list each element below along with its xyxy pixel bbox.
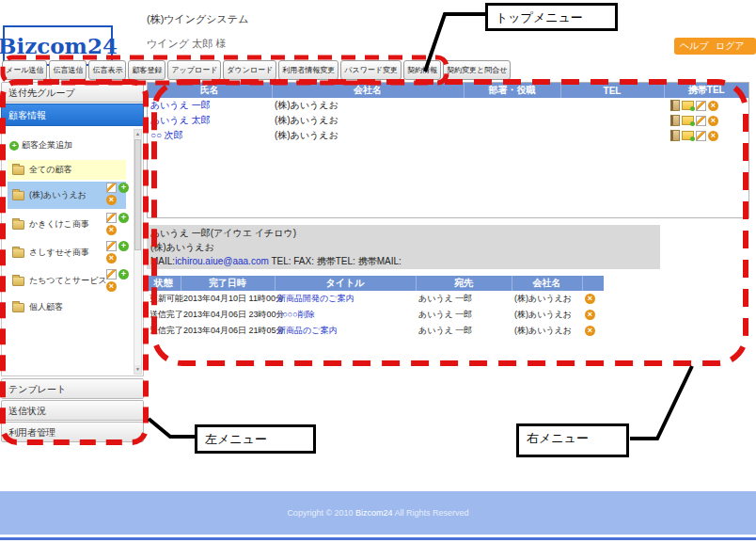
contact-actions: × [667, 115, 748, 126]
history-recipient: あいうえ 一郎 [418, 294, 472, 303]
col-company: 会社名 [272, 83, 464, 98]
logout-button[interactable]: ログアウト [710, 38, 756, 55]
history-datetime: 2013年04月06日 23時00分 [183, 310, 285, 319]
contact-card-icon[interactable] [670, 100, 680, 111]
group-label: たちつてとサービス [29, 275, 107, 287]
bottom-divider [0, 537, 756, 540]
top-menu-callout: トップメニュー [485, 3, 618, 31]
bizcom24-app: Bizcom24 (株)ウイングシステム ウイング 太郎 様 ヘルプ ログアウト… [0, 0, 756, 543]
edit-contact-icon[interactable] [696, 101, 706, 111]
contact-actions: × [667, 100, 748, 111]
tab-download[interactable]: ダウンロード [223, 60, 276, 80]
contact-card-icon[interactable] [670, 130, 680, 141]
col-status: 状態 [147, 276, 181, 291]
history-company: (株)あいうえお [514, 326, 572, 335]
mail-label: MAIL: [150, 256, 175, 266]
sidebar-scrollbar[interactable]: ▲ ▼ [134, 129, 142, 375]
tab-contract-info[interactable]: 契約情報 [403, 60, 441, 80]
add-icon[interactable]: + [118, 213, 129, 223]
detail-contact-line: MAIL:ichirou.aiue@aaa.com TEL: FAX: 携帯TE… [150, 254, 656, 268]
delete-icon[interactable]: × [585, 326, 595, 336]
delete-icon[interactable]: × [106, 195, 117, 205]
tab-user-info-change[interactable]: 利用者情報変更 [278, 60, 339, 80]
save-folder-icon[interactable] [682, 131, 694, 140]
add-icon[interactable]: + [118, 241, 129, 251]
footer-brand-link[interactable]: Bizcom24 [355, 508, 393, 518]
tab-password-change[interactable]: パスワード変更 [340, 60, 402, 80]
col-department: 部署・役職 [464, 83, 560, 98]
sidebar-item-individual[interactable]: 個人顧客 [8, 297, 126, 317]
sidebar-section-customer-info[interactable]: 顧客情報 [1, 104, 144, 126]
history-row: 送信完了 2013年04月06日 23時00分 ○○○○削除 あいうえ 一郎 (… [147, 307, 604, 323]
edit-group-icon[interactable] [106, 241, 117, 251]
delete-icon[interactable]: × [708, 101, 718, 111]
add-customer-company-link[interactable]: + 顧客企業追加 [9, 139, 72, 152]
contact-actions: × [667, 130, 748, 141]
folder-icon [12, 220, 24, 230]
delete-icon[interactable]: × [585, 294, 595, 304]
tab-contract-change-inquiry[interactable]: 契約変更と問合せ [443, 60, 511, 80]
contact-name-link[interactable]: あいうえ 太郎 [150, 115, 211, 125]
sidebar-section-template[interactable]: テンプレート [1, 378, 144, 399]
contact-card-icon[interactable] [670, 115, 680, 126]
contact-name-link[interactable]: あいうえ 一郎 [150, 100, 211, 110]
edit-contact-icon[interactable] [696, 131, 706, 141]
history-datetime: 2013年04月10日 11時00分 [183, 294, 284, 303]
top-menu-bar: メール送信 伝言送信 伝言表示 顧客登録 アップロード ダウンロード 利用者情報… [2, 60, 511, 80]
tab-upload[interactable]: アップロード [167, 60, 221, 80]
sidebar-item-all-customers[interactable]: 全ての顧客 [8, 160, 126, 180]
add-icon[interactable]: + [118, 269, 129, 279]
col-tel: TEL [560, 83, 664, 98]
tab-mail-send[interactable]: メール送信 [2, 60, 47, 80]
scrollbar-thumb[interactable] [134, 139, 141, 250]
detail-name: あいうえ 一郎(アイウエ イチロウ) [150, 226, 656, 240]
tab-customer-register[interactable]: 顧客登録 [128, 60, 165, 80]
scroll-up-icon[interactable]: ▲ [134, 130, 141, 138]
col-mobile: 携帯TEL [664, 83, 748, 98]
group-label: 個人顧客 [29, 301, 63, 313]
history-title-link[interactable]: 新商品のご案内 [277, 326, 337, 335]
save-folder-icon[interactable] [682, 116, 694, 125]
delete-icon[interactable]: × [708, 116, 718, 126]
delete-icon[interactable]: × [708, 131, 718, 141]
delete-icon[interactable]: × [106, 281, 117, 292]
tab-message-send[interactable]: 伝言送信 [49, 60, 87, 80]
sidebar-section-send-status[interactable]: 送信状況 [1, 400, 144, 421]
scroll-down-icon[interactable]: ▼ [134, 365, 141, 374]
save-folder-icon[interactable] [682, 101, 694, 110]
footer-bar: Copyright © 2010 Bizcom24 All Rights Res… [0, 491, 756, 535]
delete-icon[interactable]: × [585, 310, 595, 320]
group-label: 全ての顧客 [29, 164, 71, 176]
folder-icon [12, 166, 24, 175]
group-actions: + × [106, 269, 133, 292]
add-icon[interactable]: + [118, 183, 129, 193]
history-title-link[interactable]: ○○○○削除 [277, 310, 315, 319]
sidebar-section-groups[interactable]: 送付先グループ [1, 82, 144, 103]
add-customer-company-label: 顧客企業追加 [22, 139, 72, 152]
folder-icon [12, 248, 24, 258]
edit-group-icon[interactable] [106, 183, 117, 193]
history-row: 更新可能 2013年04月10日 11時00分 新商品開発のご案内 あいうえ 一… [147, 291, 604, 307]
mail-link[interactable]: ichirou.aiue@aaa.com [175, 256, 269, 266]
history-status: 更新可能 [150, 294, 183, 303]
edit-group-icon[interactable] [106, 213, 117, 223]
history-recipient: あいうえ 一郎 [418, 310, 472, 319]
sidebar-section-user-management[interactable]: 利用者管理 [1, 422, 144, 442]
contact-name-link[interactable]: ○○ 次郎 [150, 130, 183, 140]
contact-detail-panel: あいうえ 一郎(アイウエ イチロウ) (株)あいうえお MAIL:ichirou… [147, 225, 660, 269]
tab-message-view[interactable]: 伝言表示 [88, 60, 126, 80]
group-label: さしすせそ商事 [29, 247, 89, 259]
edit-contact-icon[interactable] [696, 116, 706, 126]
history-title-link[interactable]: 新商品開発のご案内 [277, 294, 354, 303]
help-button[interactable]: ヘルプ [674, 38, 715, 55]
left-menu-callout: 左メニュー [195, 424, 316, 454]
history-datetime: 2013年04月06日 21時05分 [183, 326, 285, 335]
logged-in-user: ウイング 太郎 様 [147, 37, 226, 51]
detail-other-fields: TEL: FAX: 携帯TEL: 携帯MAIL: [269, 256, 402, 266]
edit-group-icon[interactable] [106, 269, 117, 279]
delete-icon[interactable]: × [106, 253, 117, 264]
delete-icon[interactable]: × [106, 225, 117, 235]
folder-icon [12, 191, 24, 200]
col-recipient: 宛先 [416, 276, 512, 291]
history-panel: 状態 完了日時 タイトル 宛先 会社名 更新可能 2013年04月10日 11時… [147, 276, 604, 339]
